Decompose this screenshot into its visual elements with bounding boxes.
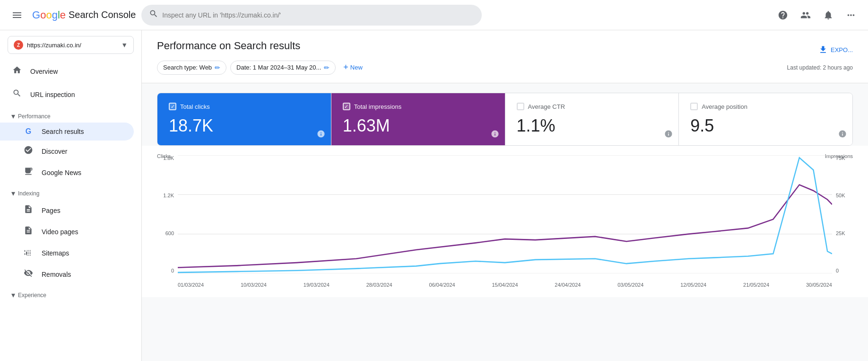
left-tick-1: 1.2K	[157, 193, 174, 198]
average-ctr-info-icon[interactable]	[664, 130, 673, 140]
pages-label: Pages	[42, 207, 61, 214]
main-layout: Z https://zumaki.co.in/ ▼ Overview URL i…	[0, 30, 868, 361]
right-tick-0: 75K	[836, 155, 853, 161]
total-clicks-info-icon[interactable]	[317, 130, 325, 140]
chart-container: Clicks Impressions 1.8K 1.2K 600 0 75K 5…	[157, 155, 853, 288]
sidebar-item-pages[interactable]: Pages	[0, 200, 134, 221]
url-inspection-bar[interactable]	[141, 5, 482, 26]
experience-section-label: Experience	[18, 292, 46, 299]
x-label-2: 19/03/2024	[304, 282, 330, 288]
removals-icon	[23, 268, 34, 280]
sidebar-item-overview[interactable]: Overview	[0, 60, 134, 83]
chart-area	[178, 155, 832, 273]
average-ctr-card[interactable]: Average CTR 1.1%	[505, 93, 679, 145]
apps-button[interactable]	[842, 6, 860, 25]
x-label-8: 12/05/2024	[680, 282, 706, 288]
performance-section-label: Performance	[18, 113, 51, 120]
total-impressions-value: 1.63M	[343, 116, 494, 136]
property-dropdown-icon: ▼	[121, 41, 128, 49]
average-position-card[interactable]: Average position 9.5	[679, 93, 852, 145]
sitemaps-label: Sitemaps	[42, 249, 69, 257]
left-tick-0: 1.8K	[157, 155, 174, 161]
main-content: Performance on Search results EXPO... Se…	[142, 30, 868, 361]
url-inspection-input[interactable]	[162, 11, 474, 19]
total-impressions-card[interactable]: ✓ Total impressions 1.63M	[331, 93, 505, 145]
average-ctr-header: Average CTR	[517, 103, 668, 110]
home-icon	[11, 65, 23, 77]
metrics-cards: ✓ Total clicks 18.7K ✓ Total impressions…	[157, 93, 853, 146]
impressions-line	[178, 185, 832, 268]
property-url: https://zumaki.co.in/	[27, 42, 117, 49]
chevron-down-icon: ▾	[11, 291, 15, 299]
export-button[interactable]: EXPO...	[818, 45, 853, 54]
chart-svg	[178, 155, 832, 273]
right-tick-2: 25K	[836, 230, 853, 236]
x-label-1: 10/03/2024	[241, 282, 267, 288]
last-updated: Last updated: 2 hours ago	[787, 64, 853, 71]
performance-section[interactable]: ▾ Performance	[0, 106, 141, 123]
date-label: Date: 1 Mar 2024–31 May 20...	[236, 64, 321, 71]
indexing-section[interactable]: ▾ Indexing	[0, 183, 141, 200]
search-results-label: Search results	[42, 128, 84, 135]
x-label-6: 24/04/2024	[555, 282, 581, 288]
edit-icon: ✏	[215, 64, 220, 71]
search-icon	[11, 88, 23, 100]
add-filter-button[interactable]: + New	[339, 60, 366, 75]
total-impressions-info-icon[interactable]	[491, 130, 499, 140]
left-tick-3: 0	[157, 268, 174, 273]
total-clicks-checkbox[interactable]: ✓	[169, 103, 176, 110]
help-button[interactable]	[773, 6, 792, 25]
chevron-down-icon: ▾	[11, 112, 15, 121]
chevron-down-icon: ▾	[11, 189, 15, 198]
app-title: Search Console	[69, 9, 136, 20]
x-label-9: 21/05/2024	[743, 282, 769, 288]
clicks-line	[178, 158, 832, 273]
video-pages-icon	[23, 226, 34, 238]
search-icon	[149, 9, 158, 21]
google-news-label: Google News	[42, 169, 81, 176]
average-ctr-value: 1.1%	[517, 116, 668, 136]
logo[interactable]: Google Search Console	[32, 9, 136, 21]
x-label-0: 01/03/2024	[178, 282, 204, 288]
x-label-3: 28/03/2024	[366, 282, 392, 288]
date-filter[interactable]: Date: 1 Mar 2024–31 May 20... ✏	[230, 61, 336, 75]
filters-row: Search type: Web ✏ Date: 1 Mar 2024–31 M…	[157, 60, 853, 83]
property-favicon: Z	[14, 40, 23, 50]
manage-users-button[interactable]	[796, 6, 815, 25]
right-tick-1: 50K	[836, 193, 853, 198]
topbar-right-actions	[773, 6, 860, 25]
sidebar-item-url-inspection[interactable]: URL inspection	[0, 83, 134, 106]
average-position-checkbox[interactable]	[690, 103, 698, 110]
sidebar-item-video-pages[interactable]: Video pages	[0, 221, 134, 242]
sidebar-item-search-results[interactable]: G Search results	[0, 123, 134, 141]
x-label-4: 06/04/2024	[429, 282, 455, 288]
total-clicks-label: Total clicks	[180, 103, 210, 110]
property-selector[interactable]: Z https://zumaki.co.in/ ▼	[8, 36, 134, 54]
discover-label: Discover	[42, 148, 67, 155]
video-pages-label: Video pages	[42, 228, 78, 236]
chart-x-labels: 01/03/2024 10/03/2024 19/03/2024 28/03/2…	[178, 282, 832, 288]
total-clicks-value: 18.7K	[169, 116, 320, 136]
news-icon	[23, 167, 34, 178]
total-clicks-card[interactable]: ✓ Total clicks 18.7K	[157, 93, 331, 145]
notifications-button[interactable]	[819, 6, 838, 25]
removals-label: Removals	[42, 271, 71, 278]
sidebar-item-removals[interactable]: Removals	[0, 264, 134, 285]
total-impressions-checkbox[interactable]: ✓	[343, 103, 350, 110]
average-position-value: 9.5	[690, 116, 841, 136]
search-type-label: Search type: Web	[163, 64, 212, 71]
menu-button[interactable]	[8, 6, 26, 25]
pages-icon	[23, 204, 34, 216]
indexing-section-label: Indexing	[18, 190, 39, 197]
chart-right-ticks: 75K 50K 25K 0	[834, 155, 853, 273]
sidebar-item-discover[interactable]: Discover	[0, 141, 134, 162]
total-clicks-header: ✓ Total clicks	[169, 103, 320, 110]
experience-section[interactable]: ▾ Experience	[0, 285, 141, 301]
average-ctr-checkbox[interactable]	[517, 103, 524, 110]
page-title: Performance on Search results	[157, 40, 300, 52]
sidebar-item-google-news[interactable]: Google News	[0, 162, 134, 183]
search-type-filter[interactable]: Search type: Web ✏	[157, 61, 226, 75]
sidebar-item-sitemaps[interactable]: Sitemaps	[0, 242, 134, 264]
chart-left-ticks: 1.8K 1.2K 600 0	[157, 155, 176, 273]
average-position-info-icon[interactable]	[838, 130, 847, 140]
